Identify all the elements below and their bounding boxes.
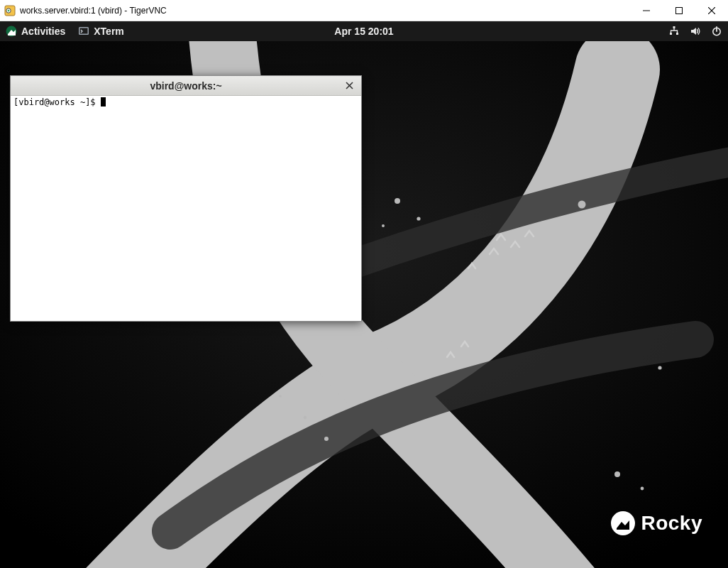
tigervnc-app-icon <box>4 5 16 16</box>
xterm-window[interactable]: vbird@works:~ [vbird@works ~]$ <box>10 75 362 322</box>
rocky-logo-icon <box>611 511 635 535</box>
svg-point-17 <box>417 217 420 220</box>
svg-rect-4 <box>676 7 683 13</box>
gnome-system-status[interactable] <box>668 26 722 37</box>
svg-point-22 <box>304 416 307 419</box>
os-window-titlebar: works.server.vbird:1 (vbird) - TigerVNC <box>0 0 728 21</box>
svg-point-25 <box>658 366 661 369</box>
xterm-titlebar[interactable]: vbird@works:~ <box>11 76 361 96</box>
volume-icon <box>690 26 701 37</box>
xterm-title-text: vbird@works:~ <box>150 80 221 92</box>
xterm-close-button[interactable] <box>343 80 355 92</box>
power-icon <box>711 26 722 37</box>
svg-point-19 <box>578 201 586 209</box>
rocky-distro-icon <box>6 26 17 37</box>
close-button[interactable] <box>695 0 728 21</box>
terminal-icon <box>78 26 89 37</box>
svg-rect-11 <box>670 33 672 35</box>
shell-prompt: [vbird@works ~]$ <box>13 97 101 107</box>
gnome-activities-button[interactable]: Activities <box>6 26 65 37</box>
svg-point-20 <box>614 471 620 477</box>
vnc-remote-desktop: Activities XTerm Apr 15 20:01 <box>0 21 728 568</box>
clock-text: Apr 15 20:01 <box>334 26 393 37</box>
gnome-clock[interactable]: Apr 15 20:01 <box>334 21 393 41</box>
rocky-brand: Rocky <box>611 511 702 535</box>
terminal-cursor <box>101 97 106 106</box>
gnome-app-menu[interactable]: XTerm <box>78 26 124 37</box>
svg-point-16 <box>395 198 400 204</box>
svg-point-24 <box>279 395 282 398</box>
svg-rect-12 <box>676 33 678 35</box>
network-icon <box>668 26 680 37</box>
gnome-top-bar: Activities XTerm Apr 15 20:01 <box>0 21 728 41</box>
desktop-background[interactable]: Rocky vbird@works:~ [vbird@works ~]$ <box>0 41 728 568</box>
xterm-terminal-area[interactable]: [vbird@works ~]$ <box>11 96 361 321</box>
svg-rect-10 <box>673 26 675 28</box>
maximize-button[interactable] <box>663 0 695 21</box>
svg-point-21 <box>641 487 644 491</box>
svg-rect-9 <box>80 28 88 34</box>
rocky-brand-text: Rocky <box>641 512 702 535</box>
os-window-title: works.server.vbird:1 (vbird) - TigerVNC <box>20 6 167 16</box>
app-menu-label: XTerm <box>94 26 124 37</box>
activities-label: Activities <box>21 26 65 37</box>
minimize-button[interactable] <box>630 0 663 21</box>
svg-point-23 <box>324 437 329 441</box>
svg-point-18 <box>382 224 385 227</box>
svg-point-2 <box>8 9 10 11</box>
